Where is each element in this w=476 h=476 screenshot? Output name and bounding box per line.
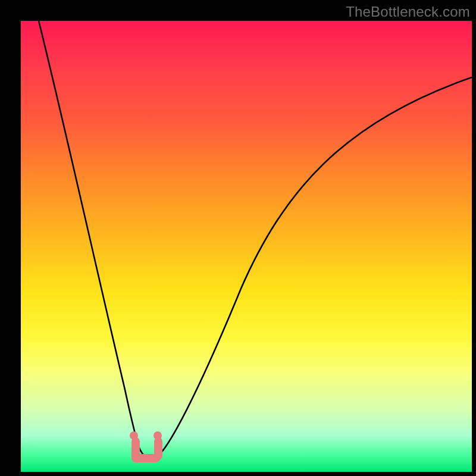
highlight-dot-right xyxy=(154,431,162,440)
plot-area xyxy=(21,21,472,472)
highlight-stem-right xyxy=(154,437,162,460)
curve-path xyxy=(39,21,472,459)
watermark-text: TheBottleneck.com xyxy=(346,4,470,20)
chart-frame: TheBottleneck.com xyxy=(0,0,476,476)
bottleneck-curve xyxy=(21,21,472,472)
